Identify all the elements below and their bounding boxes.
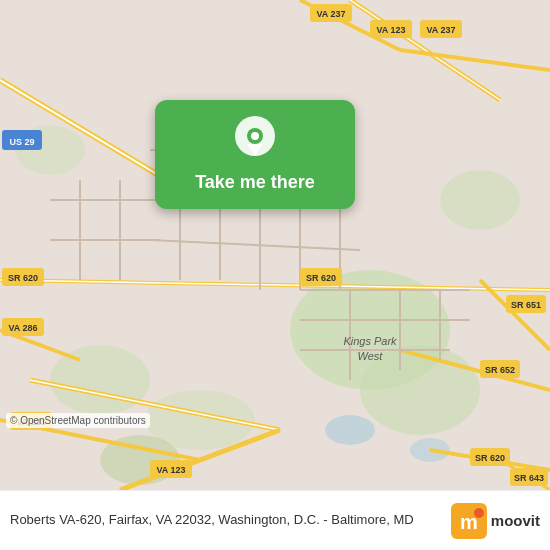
svg-point-80: [474, 508, 484, 518]
address-text: Roberts VA-620, Fairfax, VA 22032, Washi…: [10, 511, 443, 529]
svg-text:SR 652: SR 652: [485, 365, 515, 375]
svg-text:West: West: [358, 350, 384, 362]
take-me-there-popup[interactable]: Take me there: [155, 100, 355, 209]
svg-text:US 29: US 29: [9, 137, 34, 147]
svg-text:VA 237: VA 237: [316, 9, 345, 19]
moovit-icon: m: [451, 503, 487, 539]
svg-point-4: [440, 170, 520, 230]
svg-text:VA 123: VA 123: [156, 465, 185, 475]
svg-point-8: [325, 415, 375, 445]
moovit-text: moovit: [491, 512, 540, 529]
moovit-logo: m moovit: [451, 503, 540, 539]
svg-text:VA 286: VA 286: [8, 323, 37, 333]
svg-point-76: [251, 132, 259, 140]
svg-text:SR 620: SR 620: [306, 273, 336, 283]
take-me-there-label: Take me there: [195, 172, 315, 193]
svg-text:SR 643: SR 643: [514, 473, 544, 483]
svg-text:Kings Park: Kings Park: [343, 335, 397, 347]
svg-text:SR 651: SR 651: [511, 300, 541, 310]
map-container[interactable]: US 29 VA 123 VA 123 SR 620 SR 620 VA 237…: [0, 0, 550, 490]
svg-text:SR 620: SR 620: [475, 453, 505, 463]
bottom-bar: Roberts VA-620, Fairfax, VA 22032, Washi…: [0, 490, 550, 550]
svg-text:VA 123: VA 123: [376, 25, 405, 35]
osm-credit: © OpenStreetMap contributors: [6, 413, 150, 428]
location-pin-icon: [235, 116, 275, 164]
svg-text:VA 237: VA 237: [426, 25, 455, 35]
svg-text:SR 620: SR 620: [8, 273, 38, 283]
